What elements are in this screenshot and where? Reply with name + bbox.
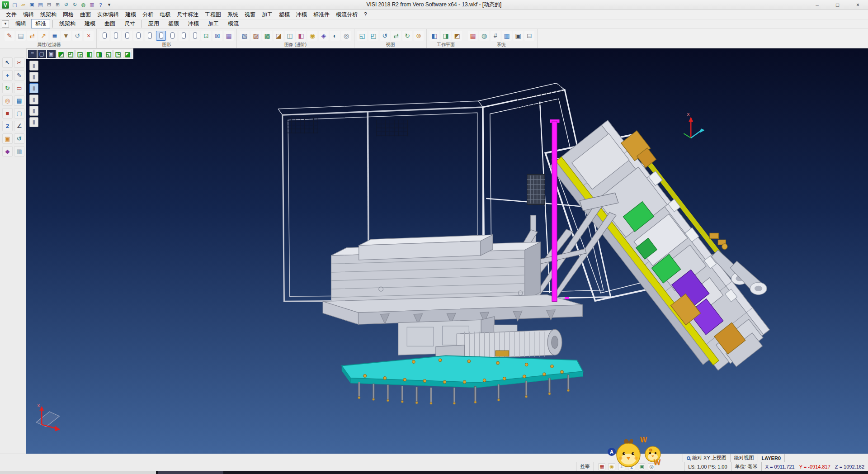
- screen-config-icon[interactable]: ▣: [513, 31, 523, 41]
- background-icon[interactable]: ◐: [330, 31, 340, 41]
- view-grid-icon[interactable]: ▣: [47, 50, 56, 58]
- select-icon[interactable]: ↖: [2, 57, 13, 68]
- line-point-style-cell[interactable]: LS: 1.00 PS: 1.00: [684, 462, 731, 471]
- blank-entity-icon[interactable]: [99, 31, 109, 41]
- menu-edit[interactable]: 编辑: [20, 10, 37, 19]
- move-to-layer-icon[interactable]: ↗: [38, 31, 48, 41]
- tab-application[interactable]: 应用: [144, 19, 163, 28]
- visible-entities-icon[interactable]: [156, 31, 166, 41]
- viewport-canvas[interactable]: x x: [26, 48, 868, 454]
- maximize-button[interactable]: □: [827, 0, 848, 9]
- menu-plastic-mold[interactable]: 塑模: [276, 10, 293, 19]
- blank-all-icon[interactable]: [122, 31, 132, 41]
- tab-die[interactable]: 冲模: [184, 19, 203, 28]
- world-cplane-icon[interactable]: ◍: [479, 31, 489, 41]
- layer-cell[interactable]: LAYER0: [758, 454, 784, 462]
- new-document-icon[interactable]: ▢: [11, 1, 19, 9]
- trim-icon[interactable]: ✂: [14, 57, 24, 68]
- filter-off-icon[interactable]: ×: [84, 31, 94, 41]
- menu-file[interactable]: 文件: [3, 10, 20, 19]
- filter-vertex-icon[interactable]: ▮: [29, 61, 38, 71]
- tab-machining[interactable]: 加工: [204, 19, 223, 28]
- absolute-view-cell[interactable]: 绝对视图: [730, 454, 758, 462]
- view-axono-icon[interactable]: ◪: [123, 50, 132, 58]
- light-settings-icon[interactable]: ◉: [307, 31, 317, 41]
- open-file-icon[interactable]: ▱: [19, 1, 27, 9]
- transparency-icon[interactable]: ◫: [285, 31, 295, 41]
- view-front-icon[interactable]: ◧: [85, 50, 94, 58]
- screen-icon[interactable]: ▥: [88, 1, 96, 9]
- calculator-icon[interactable]: #: [491, 31, 500, 41]
- input-mode-badge[interactable]: A: [608, 448, 616, 456]
- invert-blank-icon[interactable]: [145, 31, 155, 41]
- redo-icon[interactable]: ↻: [71, 1, 79, 9]
- filter-solid-icon[interactable]: ▮: [29, 95, 38, 104]
- filter-edge-icon[interactable]: ▮: [29, 72, 38, 82]
- units-cell[interactable]: 单位: 毫米: [731, 462, 761, 471]
- undo-icon[interactable]: ↺: [62, 1, 70, 9]
- view-left-icon[interactable]: ◱: [104, 50, 113, 58]
- mascot-widget[interactable]: W o W: [614, 435, 668, 471]
- copy-attributes-icon[interactable]: ▤: [16, 31, 26, 41]
- menu-system[interactable]: 系统: [224, 10, 241, 19]
- edit-geometry-icon[interactable]: ✎: [14, 70, 24, 81]
- save-all-icon[interactable]: ▤: [37, 1, 44, 9]
- layer-manager-icon[interactable]: ▦: [468, 31, 478, 41]
- tab-modeling[interactable]: 建模: [80, 19, 99, 28]
- filter-funnel-icon[interactable]: ▼: [61, 31, 71, 41]
- undo-tool-icon[interactable]: ↺: [14, 133, 24, 144]
- group-entities-icon[interactable]: [190, 31, 200, 41]
- menu-modeling[interactable]: 建模: [122, 10, 139, 19]
- help-icon[interactable]: ?: [97, 1, 104, 9]
- menu-electrode[interactable]: 电极: [156, 10, 174, 19]
- snap-cell[interactable]: 拴宰: [576, 462, 594, 471]
- shaded-view-icon[interactable]: ▨: [251, 31, 261, 41]
- zoom-window-icon[interactable]: ◱: [357, 31, 367, 41]
- grid-toggle-icon[interactable]: ▦: [598, 463, 605, 470]
- refresh-view-icon[interactable]: ⊚: [414, 31, 424, 41]
- tab-moldflow[interactable]: 模流: [224, 19, 243, 28]
- rotate-view-icon[interactable]: ↻: [402, 31, 412, 41]
- ucs-icon[interactable]: ◎: [2, 95, 13, 106]
- entity-preview-icon[interactable]: [179, 31, 189, 41]
- dynamic-hide-icon[interactable]: ◪: [274, 31, 283, 41]
- entity-info-icon[interactable]: [167, 31, 177, 41]
- pan-view-icon[interactable]: ⇄: [391, 31, 401, 41]
- tabbar-dropdown-icon[interactable]: ▼: [2, 20, 9, 28]
- menu-moldflow-analysis[interactable]: 模流分析: [333, 10, 361, 19]
- tab-surface[interactable]: 曲面: [100, 19, 119, 28]
- tab-wireframe[interactable]: 线架构: [55, 19, 80, 28]
- view-mode-cell[interactable]: 绝对 XY 上视图: [683, 454, 730, 462]
- qat-more-icon[interactable]: ▾: [105, 1, 113, 9]
- view-iso-icon[interactable]: ◩: [57, 50, 65, 58]
- shade-mode-icon[interactable]: ▦: [224, 31, 234, 41]
- render-palette-icon[interactable]: ◆: [2, 146, 13, 156]
- print-icon[interactable]: ⊟: [45, 1, 53, 9]
- plotter-icon[interactable]: ⊟: [524, 31, 534, 41]
- view-list-icon[interactable]: ≡: [28, 50, 37, 58]
- workplane-free-icon[interactable]: ◩: [452, 31, 462, 41]
- wireframe-view-icon[interactable]: ▧: [240, 31, 250, 41]
- view-bottom-icon[interactable]: ◲: [75, 50, 84, 58]
- duplicate-icon[interactable]: ▥: [14, 146, 24, 156]
- swap-filter-icon[interactable]: ⇄: [27, 31, 37, 41]
- menu-die[interactable]: 冲模: [293, 10, 310, 19]
- snapshot-icon[interactable]: ◎: [341, 31, 351, 41]
- menu-mesh[interactable]: 网格: [60, 10, 77, 19]
- rendered-view-icon[interactable]: ▩: [262, 31, 272, 41]
- measure-icon[interactable]: ∠: [14, 121, 24, 131]
- menu-wireframe[interactable]: 线架构: [37, 10, 60, 19]
- layers-panel-icon[interactable]: ▤: [14, 95, 24, 106]
- rotate-icon[interactable]: ↻: [2, 83, 13, 93]
- view-pane-icon[interactable]: ▢: [38, 50, 46, 58]
- 3d-viewport[interactable]: x x ≡▢▣◩◰◲◧◨◱◳◪ ▮▮▮▮▮▮: [26, 48, 868, 454]
- menu-window[interactable]: 视窗: [241, 10, 259, 19]
- view-right-icon[interactable]: ◳: [113, 50, 122, 58]
- workplane-align-icon[interactable]: ◨: [441, 31, 451, 41]
- zoom-scale-icon[interactable]: 2: [2, 121, 13, 131]
- filter-face-icon[interactable]: ▮: [29, 83, 38, 93]
- minimize-button[interactable]: –: [807, 0, 827, 9]
- view-back-icon[interactable]: ◨: [94, 50, 103, 58]
- filter-surface-icon[interactable]: ▮: [29, 106, 38, 116]
- material-icon[interactable]: ◈: [319, 31, 329, 41]
